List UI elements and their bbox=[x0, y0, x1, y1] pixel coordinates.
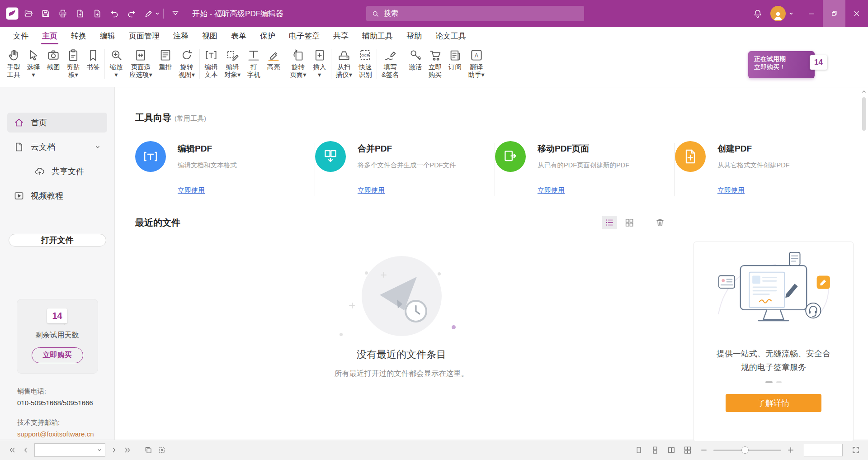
menu-help[interactable]: 帮助 bbox=[400, 27, 429, 44]
menu-home[interactable]: 主页 bbox=[35, 27, 64, 44]
fullscreen-button[interactable] bbox=[849, 443, 863, 457]
ribbon-buy-now[interactable]: 立即 购买 bbox=[425, 47, 445, 80]
restore-button[interactable] bbox=[823, 0, 845, 27]
use-now-link[interactable]: 立即使用 bbox=[538, 186, 565, 195]
use-now-link[interactable]: 立即使用 bbox=[178, 186, 205, 195]
ribbon-insert-pages[interactable]: 插入 ▾ bbox=[310, 47, 330, 80]
carousel-dot-active[interactable] bbox=[765, 381, 773, 383]
zoom-out-button[interactable] bbox=[697, 443, 711, 457]
menu-comment[interactable]: 注释 bbox=[166, 27, 195, 44]
open-file-button[interactable] bbox=[20, 5, 37, 23]
zoom-in-button[interactable] bbox=[784, 443, 797, 457]
page-dropdown-chevron-icon[interactable] bbox=[97, 447, 102, 453]
ribbon-page-fit-options[interactable]: 页面适 应选项▾ bbox=[126, 47, 156, 80]
ribbon-group-divider bbox=[377, 49, 377, 79]
sidebar-item-shared-files[interactable]: 共享文件 bbox=[7, 161, 107, 181]
redo-button[interactable] bbox=[123, 5, 140, 23]
tool-card-title: 移动PDF页面 bbox=[538, 143, 667, 155]
account-chevron-down-icon[interactable] bbox=[788, 11, 794, 16]
support-email-link[interactable]: support@foxitsoftware.cn bbox=[17, 430, 114, 438]
facing-continuous-view-button[interactable] bbox=[681, 443, 694, 457]
ribbon-hand-tool[interactable]: 手型 工具 bbox=[4, 47, 24, 80]
chevron-down-icon[interactable] bbox=[155, 11, 160, 16]
grid-view-button[interactable] bbox=[622, 216, 637, 229]
trial-buy-badge[interactable]: 正在试用期 立即购买！ 14 bbox=[748, 51, 815, 78]
ribbon-zoom[interactable]: 缩放 ▾ bbox=[106, 47, 126, 80]
menu-protect[interactable]: 保护 bbox=[253, 27, 282, 44]
ribbon-clipboard[interactable]: 剪贴 板▾ bbox=[63, 47, 83, 80]
search-box[interactable]: 搜索 bbox=[366, 6, 584, 21]
menu-file[interactable]: 文件 bbox=[6, 27, 35, 44]
menu-page-management[interactable]: 页面管理 bbox=[122, 27, 166, 44]
ribbon-fill-sign[interactable]: 填写 &签名 bbox=[378, 47, 402, 80]
menu-convert[interactable]: 转换 bbox=[64, 27, 93, 44]
zoom-percent-input[interactable] bbox=[804, 444, 848, 456]
ribbon-select[interactable]: 选择 ▾ bbox=[24, 47, 43, 80]
ribbon-subscribe[interactable]: 订阅 bbox=[445, 47, 465, 72]
page-number-input[interactable] bbox=[35, 446, 97, 454]
menu-edit[interactable]: 编辑 bbox=[93, 27, 122, 44]
window-title: 开始 - 福昕高级PDF编辑器 bbox=[192, 9, 283, 19]
clipboard-view-button[interactable] bbox=[155, 443, 169, 457]
export-pdf-button[interactable] bbox=[71, 5, 89, 23]
svg-text:A: A bbox=[475, 52, 479, 59]
save-button[interactable] bbox=[37, 5, 54, 23]
menu-view[interactable]: 视图 bbox=[195, 27, 224, 44]
carousel-dot[interactable] bbox=[776, 381, 782, 383]
print-button[interactable] bbox=[54, 5, 71, 23]
ribbon-activate[interactable]: 激活 bbox=[406, 47, 425, 72]
ribbon-from-scanner[interactable]: 从扫 描仪▾ bbox=[333, 47, 355, 80]
sidebar-item-home[interactable]: 首页 bbox=[7, 113, 107, 133]
minimize-button[interactable] bbox=[800, 0, 823, 27]
open-file-button-sidebar[interactable]: 打开文件 bbox=[9, 234, 106, 247]
previous-page-button[interactable] bbox=[19, 443, 33, 457]
ribbon-quick-ocr[interactable]: OCR 快速 识别 bbox=[355, 47, 375, 80]
ribbon-rotate-view[interactable]: 旋转 视图▾ bbox=[175, 47, 198, 80]
ribbon-snapshot[interactable]: 截图 bbox=[43, 47, 63, 72]
use-now-link[interactable]: 立即使用 bbox=[717, 186, 745, 195]
continuous-view-button[interactable] bbox=[648, 443, 662, 457]
content-scrollbar[interactable] bbox=[861, 88, 867, 439]
menu-accessibility[interactable]: 辅助工具 bbox=[355, 27, 400, 44]
ribbon-highlight[interactable]: 高亮 bbox=[264, 47, 283, 72]
ribbon-reflow[interactable]: 重排 bbox=[156, 47, 175, 72]
use-now-link[interactable]: 立即使用 bbox=[358, 186, 385, 195]
scroll-up-icon[interactable] bbox=[861, 89, 867, 95]
list-view-button[interactable] bbox=[602, 216, 617, 229]
sidebar-nav: 首页 云文档 共享文件 视频教程 bbox=[0, 113, 114, 210]
ribbon-translate-assistant[interactable]: A 翻译 助手▾ bbox=[465, 47, 488, 80]
snapshot-view-button[interactable] bbox=[142, 443, 155, 457]
create-pdf-icon bbox=[93, 9, 102, 18]
create-pdf-button[interactable] bbox=[89, 5, 106, 23]
collapse-toolbar-button[interactable] bbox=[167, 5, 184, 23]
ribbon-edit-text[interactable]: 编辑 文本 bbox=[201, 47, 221, 80]
zoom-slider[interactable] bbox=[713, 443, 781, 457]
sidebar-item-cloud-docs[interactable]: 云文档 bbox=[7, 137, 107, 157]
sidebar-item-video-tutorials[interactable]: 视频教程 bbox=[7, 186, 107, 206]
zoom-slider-thumb[interactable] bbox=[741, 446, 749, 454]
first-page-button[interactable] bbox=[5, 443, 19, 457]
ribbon-tool-label: 页面适 应选项▾ bbox=[129, 63, 152, 79]
menu-share[interactable]: 共享 bbox=[326, 27, 355, 44]
menu-form[interactable]: 表单 bbox=[224, 27, 253, 44]
avatar[interactable] bbox=[770, 6, 786, 21]
clear-recent-button[interactable] bbox=[652, 216, 668, 229]
ribbon-typewriter[interactable]: 打 字机 bbox=[244, 47, 264, 80]
notifications-button[interactable] bbox=[749, 5, 767, 23]
last-page-button[interactable] bbox=[121, 443, 134, 457]
undo-button[interactable] bbox=[106, 5, 123, 23]
facing-view-button[interactable] bbox=[665, 443, 678, 457]
close-button[interactable] bbox=[845, 0, 868, 27]
learn-more-button[interactable]: 了解详情 bbox=[726, 394, 821, 412]
ribbon-tool-label: 书签 bbox=[87, 63, 100, 71]
buy-now-button[interactable]: 立即购买 bbox=[32, 347, 83, 363]
scrollbar-thumb[interactable] bbox=[862, 97, 866, 131]
chevron-down-icon[interactable] bbox=[94, 144, 101, 150]
single-page-view-button[interactable] bbox=[632, 443, 646, 457]
ribbon-bookmark[interactable]: 书签 bbox=[83, 47, 103, 72]
ribbon-rotate-pages[interactable]: 旋转 页面▾ bbox=[287, 47, 309, 80]
menu-paper-tools[interactable]: 论文工具 bbox=[429, 27, 473, 44]
ribbon-edit-object[interactable]: 编辑 对象▾ bbox=[221, 47, 244, 80]
next-page-button[interactable] bbox=[107, 443, 121, 457]
menu-esign[interactable]: 电子签章 bbox=[282, 27, 326, 44]
